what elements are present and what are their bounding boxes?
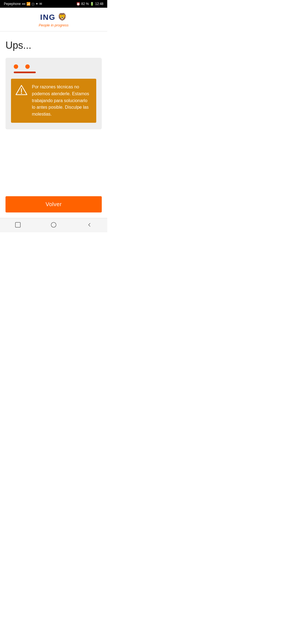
face-eyes [14,64,30,69]
status-bar: Pepephone ▪▪▪ 📶 ◻ ✦ ✉ ⏰ 82 % 🔋 12:48 [0,0,107,8]
main-content: Ups... Por razones técnicas no podemos a… [0,31,107,192]
error-card: Por razones técnicas no podemos atenderl… [6,58,102,129]
nav-back-button[interactable] [83,220,95,229]
status-carrier: Pepephone ▪▪▪ 📶 ◻ ✦ ✉ [4,2,42,6]
ing-logo: ING 🦁 People in progress [39,12,68,27]
warning-message: Por razones técnicas no podemos atenderl… [32,84,92,118]
spacer [6,129,102,184]
warning-triangle-icon [15,84,28,96]
ing-logo-text: ING [40,13,56,22]
bottom-nav [0,218,107,232]
nav-home-button[interactable] [48,220,60,229]
svg-text:🦁: 🦁 [58,12,67,21]
status-indicators: ⏰ 82 % 🔋 12:48 [76,2,103,6]
svg-rect-4 [15,222,20,227]
volver-button[interactable]: Volver [6,196,102,212]
svg-point-5 [51,222,56,227]
sad-face-illustration [11,64,96,73]
right-eye [25,64,30,69]
warning-box: Por razones técnicas no podemos atenderl… [11,79,96,123]
bottom-section: Volver [0,192,107,218]
page-title: Ups... [6,40,102,51]
face-mouth [14,72,36,73]
logo-tagline: People in progress [39,23,68,27]
lion-icon: 🦁 [57,12,67,23]
nav-square-button[interactable] [12,220,24,229]
app-header: ING 🦁 People in progress [0,8,107,31]
svg-point-3 [21,93,22,94]
left-eye [14,64,18,69]
